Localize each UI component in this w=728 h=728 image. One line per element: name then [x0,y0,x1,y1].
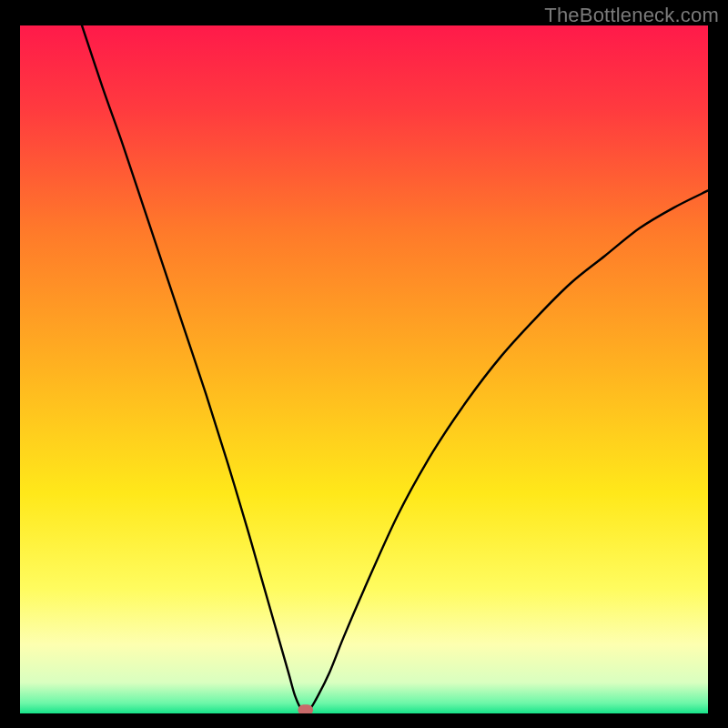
optimal-marker [298,704,313,713]
chart-frame: TheBottleneck.com [0,0,728,728]
bottleneck-chart [20,25,708,713]
gradient-background [20,25,708,713]
watermark-text: TheBottleneck.com [544,4,719,27]
plot-container [20,25,708,713]
